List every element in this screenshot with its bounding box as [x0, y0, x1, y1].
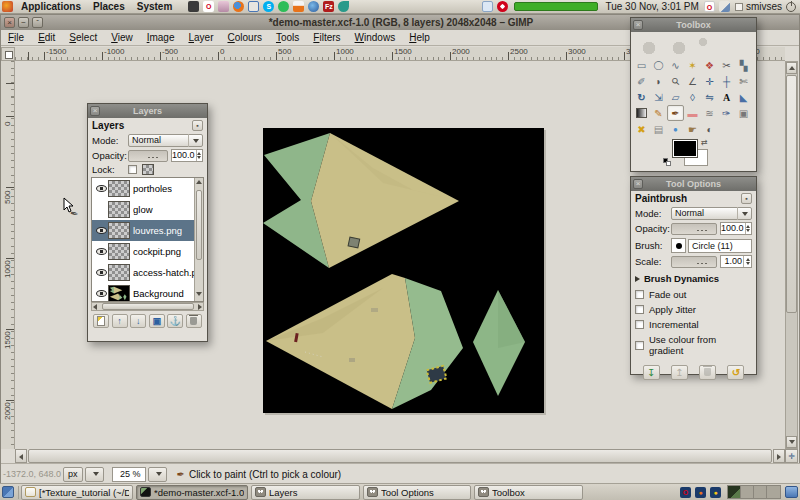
workspace-4[interactable] [767, 486, 780, 498]
task-layers[interactable]: Layers [251, 485, 360, 500]
toolbox-titlebar[interactable]: × Toolbox [631, 18, 756, 32]
task-demo-master[interactable]: *demo-master.xcf-1.0 ... [136, 485, 248, 500]
vertical-ruler[interactable]: 0 500 1000 1500 2000 [1, 61, 15, 449]
heal-tool[interactable]: ✖ [633, 121, 650, 137]
ruler-origin-button[interactable] [1, 47, 15, 61]
horizontal-scroll-thumb[interactable] [28, 449, 772, 463]
wilber-drag-area[interactable] [631, 32, 756, 56]
brush-preview-button[interactable] [671, 238, 686, 253]
brush-dynamics-expander[interactable]: Brush Dynamics [631, 269, 756, 285]
spotify-launcher-icon[interactable] [278, 1, 289, 12]
layer-row-background[interactable]: Background [92, 283, 203, 302]
menu-help[interactable]: Help [402, 30, 437, 46]
save-options-button[interactable]: ↧ [643, 365, 660, 380]
rectangle-select-tool[interactable]: ▭ [633, 57, 650, 73]
pencil-tool[interactable]: ✎ [650, 105, 667, 121]
eraser-tool[interactable]: ▬ [684, 105, 701, 121]
pinwheel-tray-icon[interactable] [497, 1, 508, 12]
spinner-arrows[interactable] [743, 256, 751, 267]
menu-image[interactable]: Image [140, 30, 182, 46]
ink-tool[interactable]: ✑ [718, 105, 735, 121]
free-select-tool[interactable]: ∿ [667, 57, 684, 73]
swap-colours-icon[interactable]: ⇄ [701, 138, 708, 147]
vertical-scroll-thumb[interactable] [786, 75, 797, 313]
canvas-image[interactable] [263, 128, 544, 413]
opera-update-tray-icon[interactable]: O [704, 1, 715, 12]
menu-colours[interactable]: Colours [220, 30, 268, 46]
scale-slider[interactable] [671, 256, 717, 268]
bird-launcher-icon[interactable] [338, 1, 349, 12]
layer-list-scrollbar[interactable] [194, 178, 203, 301]
lower-layer-button[interactable]: ↓ [130, 314, 146, 328]
layer-row-access-hatch[interactable]: access-hatch.pr [92, 262, 203, 283]
layer-row-cockpit[interactable]: cockpit.png [92, 241, 203, 262]
scissors-select-tool[interactable]: ✂ [718, 57, 735, 73]
layers-dialog-titlebar[interactable]: × Layers [88, 104, 207, 118]
layer-list-hscrollbar[interactable] [91, 302, 204, 311]
applications-menu[interactable]: Applications [15, 0, 87, 14]
lock-alpha-checkbox[interactable] [128, 165, 137, 174]
menu-edit[interactable]: Edit [31, 30, 62, 46]
anchor-layer-button[interactable]: ⚓ [167, 314, 183, 328]
measure-tool[interactable]: ∠ [684, 73, 701, 89]
layer-row-portholes[interactable]: portholes [92, 178, 203, 199]
zoom-tool[interactable]: ⚲ [667, 73, 684, 89]
paths-tool[interactable]: ✐ [633, 73, 650, 89]
incremental-checkbox[interactable] [635, 320, 644, 329]
bucket-fill-tool[interactable]: ◣ [735, 89, 752, 105]
colour-picker-tool[interactable]: ◗ [650, 73, 667, 89]
unit-button[interactable]: px [63, 467, 83, 482]
tablet-pen-tray-icon[interactable] [719, 1, 730, 12]
layer-row-louvres[interactable]: louvres.png [92, 220, 203, 241]
zoom-level-combo[interactable]: 25 % [112, 467, 146, 482]
blur-sharpen-tool[interactable]: ● [667, 121, 684, 137]
trash-applet-icon[interactable] [785, 486, 798, 498]
layer-opacity-slider[interactable] [128, 150, 168, 162]
firefox-launcher-icon[interactable] [233, 1, 244, 12]
text-tool[interactable]: A [718, 89, 735, 105]
green-status-applet[interactable] [514, 2, 598, 11]
layer-thumbnail[interactable] [108, 222, 130, 239]
clock[interactable]: Tue 30 Nov, 3:01 PM [602, 1, 701, 12]
flip-tool[interactable]: ⇋ [701, 89, 718, 105]
duplicate-layer-button[interactable]: ▣ [149, 314, 165, 328]
spinner-arrows[interactable] [745, 223, 751, 234]
clone-tool[interactable]: ▣ [735, 105, 752, 121]
menu-select[interactable]: Select [62, 30, 104, 46]
align-tool[interactable]: ┼ [718, 73, 735, 89]
menu-view[interactable]: View [104, 30, 140, 46]
tab-configure-button[interactable]: ▪ [192, 120, 203, 131]
restore-options-button[interactable]: ↥ [671, 365, 688, 380]
unit-dropdown-button[interactable] [85, 467, 104, 482]
reset-options-button[interactable]: ↺ [727, 365, 744, 380]
visibility-eye-icon[interactable] [96, 227, 107, 234]
layer-thumbnail[interactable] [108, 180, 130, 197]
foreground-select-tool[interactable]: ▚ [735, 57, 752, 73]
default-colours-icon[interactable] [663, 158, 673, 168]
skype-launcher-icon[interactable]: S [263, 1, 274, 12]
file-manager-tray-icon[interactable] [482, 1, 493, 12]
delete-options-button[interactable] [699, 365, 716, 380]
spinner-arrows[interactable] [196, 150, 202, 161]
mail-launcher-icon[interactable] [218, 1, 229, 12]
smudge-tool[interactable]: ☛ [684, 121, 701, 137]
visibility-eye-icon[interactable] [96, 290, 107, 297]
select-by-colour-tool[interactable]: ❖ [701, 57, 718, 73]
task-toolbox[interactable]: Toolbox [474, 485, 583, 500]
layer-thumbnail[interactable] [108, 243, 130, 260]
google-earth-launcher-icon[interactable] [308, 1, 319, 12]
visibility-eye-icon[interactable] [96, 185, 107, 192]
tool-options-titlebar[interactable]: × Tool Options [631, 177, 756, 191]
window-close-button[interactable]: × [4, 17, 15, 28]
layer-thumbnail[interactable] [108, 264, 130, 281]
layer-opacity-spinner[interactable]: 100.0 [171, 149, 203, 162]
places-menu[interactable]: Places [87, 0, 131, 14]
layer-thumbnail[interactable] [108, 285, 130, 302]
crop-tool[interactable]: ✄ [735, 73, 752, 89]
task-tool-options[interactable]: Tool Options [363, 485, 471, 500]
system-menu[interactable]: System [131, 0, 179, 14]
close-icon[interactable]: × [633, 20, 643, 30]
close-icon[interactable]: × [633, 179, 643, 189]
vlc-launcher-icon[interactable] [293, 1, 304, 12]
opacity-spinner[interactable]: 100.0 [720, 222, 752, 235]
